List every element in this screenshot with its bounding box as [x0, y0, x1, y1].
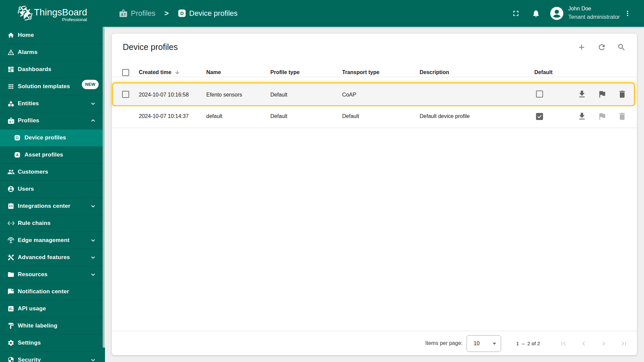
svg-text:A: A: [16, 153, 19, 157]
svg-text:D: D: [16, 136, 19, 140]
svg-text:D: D: [180, 11, 183, 16]
